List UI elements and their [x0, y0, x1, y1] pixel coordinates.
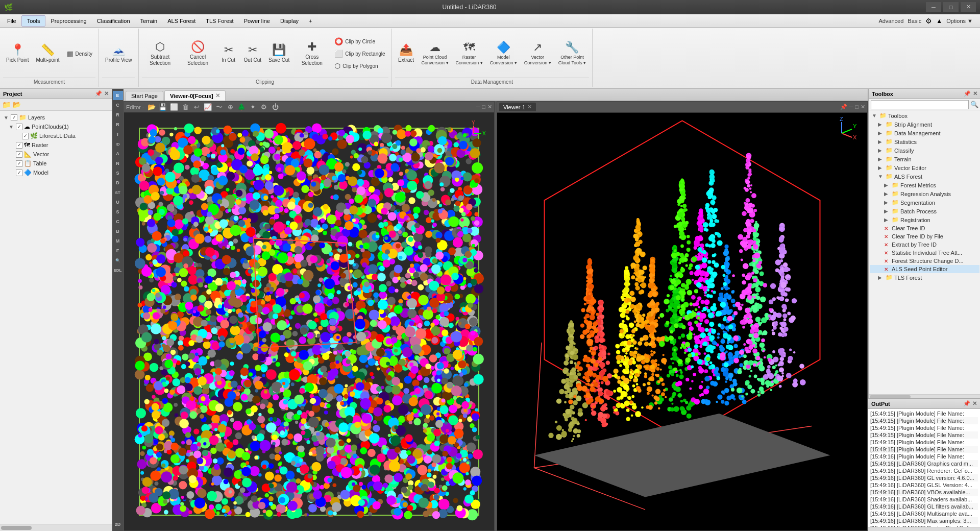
tree-liforest[interactable]: ✓ 🌿 Liforest.LiData — [2, 131, 110, 140]
delete-icon[interactable]: 🗑 — [180, 102, 191, 113]
viewer0-canvas[interactable] — [124, 113, 494, 530]
side-icon-s3[interactable]: S — [113, 207, 123, 216]
minimize-button[interactable]: ─ — [926, 2, 941, 12]
output-pin-icon[interactable]: 📌 — [963, 400, 970, 407]
menu-power-line[interactable]: Power line — [239, 16, 275, 26]
pick-point-button[interactable]: 📍 Pick Point — [3, 35, 32, 72]
side-icon-s1[interactable]: S — [113, 168, 123, 178]
curve-icon[interactable]: 〜 — [213, 102, 225, 113]
menu-tools[interactable]: Tools — [21, 15, 46, 27]
side-icon-f[interactable]: F — [113, 246, 123, 255]
multi-point-button[interactable]: 📏 Multi-point — [33, 35, 62, 72]
tree-table[interactable]: ✓ 📋 Table — [2, 159, 110, 168]
toolbox-strip-alignment[interactable]: ▶ 📁 Strip Alignment — [870, 120, 979, 129]
settings2-icon[interactable]: ⚙ — [258, 102, 270, 113]
output-close-icon[interactable]: ✕ — [972, 400, 977, 407]
cross-selection-button[interactable]: ✚ Cross Selection — [293, 35, 330, 72]
clip-by-rectangle-button[interactable]: ⬜ Clip by Rectangle — [331, 48, 388, 59]
side-icon-m[interactable]: M — [113, 236, 123, 246]
side-icon-c2[interactable]: C — [113, 217, 123, 226]
save-icon[interactable]: 💾 — [157, 102, 168, 113]
select-icon[interactable]: ⬜ — [168, 102, 180, 113]
chevron-up-icon[interactable]: ▲ — [936, 17, 942, 25]
point-cloud-conversion-button[interactable]: ☁ Point CloudConversion ▾ — [419, 35, 452, 72]
tree-model-check[interactable]: ✓ — [16, 170, 22, 176]
open-icon[interactable]: 📂 — [146, 102, 157, 113]
side-icon-r1[interactable]: R — [113, 110, 123, 119]
side-icon-r2[interactable]: R — [113, 120, 123, 129]
project-close-icon[interactable]: ✕ — [104, 90, 109, 97]
undo-icon[interactable]: ↩ — [191, 102, 202, 113]
tree-raster[interactable]: ✓ 🗺 Raster — [2, 140, 110, 150]
side-icon-a[interactable]: A — [113, 149, 123, 158]
tree-model[interactable]: ✓ 🔷 Model — [2, 168, 110, 177]
menu-classification[interactable]: Classification — [92, 16, 135, 26]
toolbox-root[interactable]: ▼ 📁 Toolbox — [870, 111, 979, 120]
viewer1-close-icon[interactable]: ✕ — [861, 104, 865, 110]
toolbox-extract-by-tree-id[interactable]: ✕ Extract by Tree ID — [870, 240, 979, 249]
viewer1-tab-close[interactable]: ✕ — [527, 104, 532, 110]
side-icon-d[interactable]: D — [113, 178, 123, 187]
tree-raster-check[interactable]: ✓ — [16, 142, 22, 149]
clip-by-circle-button[interactable]: ⭕ Clip by Circle — [331, 36, 388, 47]
toolbox-tls-forest[interactable]: ▶ 📁 TLS Forest — [870, 273, 979, 282]
tree-pc-check[interactable]: ✓ — [16, 124, 22, 130]
toolbox-data-management[interactable]: ▶ 📁 Data Management — [870, 129, 979, 137]
tree-icon[interactable]: 🌲 — [236, 102, 247, 113]
toolbox-vector-editor[interactable]: ▶ 📁 Vector Editor — [870, 163, 979, 172]
in-cut-button[interactable]: ✂ In Cut — [217, 35, 240, 72]
import-icon[interactable]: 📂 — [12, 101, 21, 109]
pane-minimize-icon[interactable]: ─ — [476, 104, 480, 110]
menu-tls-forest[interactable]: TLS Forest — [201, 16, 238, 26]
side-icon-n[interactable]: N — [113, 159, 123, 168]
subtract-selection-button[interactable]: ⬡ Subtract Selection — [142, 35, 179, 72]
other-point-cloud-tools-button[interactable]: 🔧 Other PointCloud Tools ▾ — [555, 35, 589, 72]
clip-by-polygon-button[interactable]: ⬡ Clip by Polygon — [331, 60, 388, 71]
side-icon-c[interactable]: C — [113, 101, 123, 110]
options-label[interactable]: Options ▼ — [946, 18, 973, 24]
pane-close-icon[interactable]: ✕ — [487, 104, 492, 110]
density-button[interactable]: ▦ Density — [64, 48, 95, 59]
side-icon-s2[interactable]: ST — [113, 188, 123, 197]
side-icon-2d[interactable]: 2D — [113, 520, 123, 529]
toolbox-segmentation[interactable]: ▶ 📁 Segmentation — [870, 198, 979, 207]
save-cut-button[interactable]: 💾 Save Cut — [265, 35, 292, 72]
tab-start-page[interactable]: Start Page — [126, 91, 163, 101]
project-pin-icon[interactable]: 📌 — [95, 90, 102, 97]
viewer1-minimize-icon[interactable]: ─ — [849, 104, 853, 110]
tree-layers-check[interactable]: ✓ — [11, 114, 17, 121]
settings-icon[interactable]: ⚙ — [925, 17, 932, 25]
close-button[interactable]: ✕ — [961, 2, 976, 12]
toolbox-terrain[interactable]: ▶ 📁 Terrain — [870, 155, 979, 163]
point-icon[interactable]: ⊕ — [225, 102, 236, 113]
menu-display[interactable]: Display — [275, 16, 304, 26]
extract-button[interactable]: 📤 Extract — [395, 35, 418, 72]
toolbox-forest-structure-change[interactable]: ✕ Forest Structure Change D... — [870, 257, 979, 265]
toolbox-clear-tree-id[interactable]: ✕ Clear Tree ID — [870, 224, 979, 232]
side-icon-edl[interactable]: EDL — [113, 266, 123, 275]
model-conversion-button[interactable]: 🔷 ModelConversion ▾ — [487, 35, 520, 72]
tab-viewer0[interactable]: Viewer-0[Focus] ✕ — [164, 90, 226, 101]
cancel-selection-button[interactable]: 🚫 Cancel Selection — [180, 35, 216, 72]
toolbox-statistics[interactable]: ▶ 📁 Statistics — [870, 137, 979, 146]
toolbox-registration[interactable]: ▶ 📁 Registration — [870, 215, 979, 224]
toolbox-pin-icon[interactable]: 📌 — [964, 90, 971, 97]
toolbox-statistic-individual[interactable]: ✕ Statistic Individual Tree Att... — [870, 249, 979, 257]
side-icon-id[interactable]: ID — [113, 139, 123, 149]
side-icon-u[interactable]: U — [113, 198, 123, 207]
tree-pointclouds[interactable]: ▼ ✓ ☁ PointClouds(1) — [2, 122, 110, 131]
viewer1-canvas[interactable] — [497, 113, 867, 530]
out-cut-button[interactable]: ✂ Out Cut — [241, 35, 264, 72]
tree-table-check[interactable]: ✓ — [16, 160, 22, 167]
new-folder-icon[interactable]: 📁 — [2, 101, 11, 109]
toolbox-classify[interactable]: ▶ 📁 Classify — [870, 146, 979, 155]
toolbox-close-icon[interactable]: ✕ — [973, 90, 977, 97]
viewer0-close-icon[interactable]: ✕ — [215, 92, 220, 99]
side-icon-e[interactable]: E — [113, 91, 123, 100]
menu-terrain[interactable]: Terrain — [135, 16, 163, 26]
menu-file[interactable]: File — [2, 16, 21, 26]
profile-view-button[interactable]: 🗻 Profile View — [102, 35, 135, 72]
viewer1-maximize-icon[interactable]: □ — [855, 104, 859, 110]
menu-als-forest[interactable]: ALS Forest — [162, 16, 201, 26]
toolbox-als-seed-point-editor[interactable]: ✕ ALS Seed Point Editor — [870, 265, 979, 273]
